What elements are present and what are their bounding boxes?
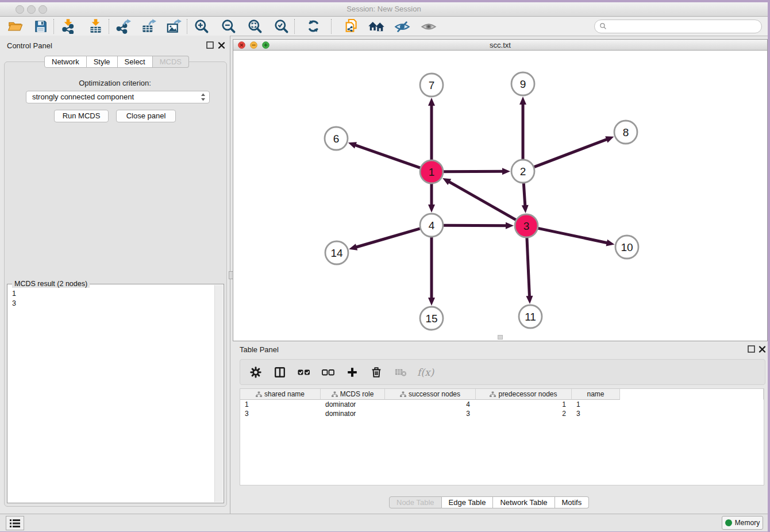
cell-mcds-role[interactable]: dominator	[321, 400, 385, 409]
export-network-button[interactable]	[114, 18, 132, 35]
tab-network[interactable]: Network	[44, 56, 87, 68]
tree-sort-icon	[332, 391, 338, 398]
tab-node-table[interactable]: Node Table	[389, 496, 442, 508]
clone-network-button[interactable]	[341, 18, 360, 35]
zoom-fit-button[interactable]	[245, 18, 264, 35]
hide-selected-button[interactable]	[392, 18, 412, 35]
close-panel-action-button[interactable]: Close panel	[116, 110, 176, 122]
gear-icon	[249, 366, 262, 379]
mcds-result-scrollbar[interactable]	[214, 285, 223, 502]
cell-successor-nodes[interactable]: 3	[385, 409, 476, 418]
select-stepper-icon	[201, 92, 206, 102]
edge-arrowhead	[526, 296, 533, 304]
cell-name[interactable]: 3	[572, 409, 620, 418]
cell-predecessor-nodes[interactable]: 2	[476, 409, 572, 418]
toolbar-separator	[109, 19, 110, 34]
tree-sort-icon	[490, 391, 496, 398]
zoom-out-button[interactable]	[219, 18, 237, 35]
edge-2-8[interactable]	[534, 139, 608, 167]
edge-2-3[interactable]	[523, 183, 525, 206]
save-session-button[interactable]	[32, 18, 49, 35]
tree-sort-icon	[400, 391, 406, 398]
tab-style[interactable]: Style	[87, 56, 118, 68]
table-row-0[interactable]: 1dominator411	[240, 400, 764, 409]
tab-select[interactable]: Select	[118, 56, 153, 68]
search-input[interactable]	[610, 21, 756, 32]
table-settings-button[interactable]	[248, 364, 263, 381]
column-header-successor-nodes[interactable]: successor nodes	[385, 389, 476, 400]
memory-button[interactable]: Memory	[722, 516, 763, 530]
export-image-button[interactable]	[164, 18, 183, 35]
column-header-name[interactable]: name	[572, 389, 620, 400]
cell-name[interactable]: 1	[572, 400, 620, 409]
table-row-1[interactable]: 3dominator323	[240, 409, 764, 418]
edge-4-14[interactable]	[356, 229, 420, 248]
session-title: Session: New Session	[0, 5, 768, 13]
tab-network-table[interactable]: Network Table	[493, 496, 555, 508]
column-header-predecessor-nodes[interactable]: predecessor nodes	[476, 389, 572, 400]
edge-arrowhead	[349, 244, 357, 250]
network-title: scc.txt	[233, 41, 767, 49]
columns-icon	[274, 366, 286, 379]
zoom-fit-icon	[247, 18, 263, 34]
task-history-button[interactable]	[6, 516, 24, 530]
cell-shared-name[interactable]: 1	[240, 400, 321, 409]
export-table-icon	[141, 18, 156, 34]
node-label-8: 8	[623, 126, 629, 138]
run-mcds-button[interactable]: Run MCDS	[54, 110, 109, 122]
cell-predecessor-nodes[interactable]: 1	[476, 400, 572, 409]
cell-mcds-role[interactable]: dominator	[321, 409, 385, 418]
export-table-button[interactable]	[139, 18, 157, 35]
export-image-icon	[166, 18, 182, 34]
mcds-result-title: MCDS result (2 nodes)	[12, 280, 90, 288]
edge-1-2[interactable]	[444, 171, 503, 172]
table-panel-tabs: Node TableEdge TableNetwork TableMotifs	[389, 496, 589, 508]
node-label-2: 2	[520, 165, 526, 178]
mcds-result-line: 1	[7, 289, 211, 299]
edge-3-11[interactable]	[527, 238, 530, 297]
close-panel-button[interactable]	[217, 41, 226, 52]
toolbar-separator	[187, 19, 188, 34]
checked-boxes-icon	[297, 365, 311, 379]
edge-arrowhead	[502, 168, 510, 175]
refresh-view-button[interactable]	[304, 18, 322, 35]
reset-home-button[interactable]	[366, 18, 387, 35]
network-titlebar: scc.txt	[233, 40, 767, 51]
show-columns-button[interactable]	[272, 364, 287, 381]
edge-3-10[interactable]	[538, 228, 608, 243]
zoom-in-button[interactable]	[192, 18, 210, 35]
cell-successor-nodes[interactable]: 4	[385, 400, 476, 409]
edge-4-3[interactable]	[444, 225, 507, 226]
function-builder-button[interactable]: f(x)	[417, 364, 434, 381]
tab-edge-table[interactable]: Edge Table	[442, 496, 494, 508]
tab-motifs[interactable]: Motifs	[555, 496, 590, 508]
optimization-select[interactable]: strongly connected component	[26, 91, 210, 103]
column-header-filler	[620, 389, 764, 400]
memory-label: Memory	[735, 519, 760, 527]
table-toolbar: f(x)	[240, 359, 765, 385]
tab-mcds[interactable]: MCDS	[153, 56, 189, 68]
zoom-selected-button[interactable]	[272, 18, 290, 35]
delete-column-button[interactable]	[369, 364, 384, 381]
deselect-all-rows-button[interactable]	[321, 364, 336, 381]
edge-arrowhead	[428, 98, 435, 106]
table-float-button[interactable]	[747, 345, 756, 356]
edge-1-6[interactable]	[355, 145, 420, 168]
column-header-mcds-role[interactable]: MCDS role	[321, 389, 385, 400]
import-network-button[interactable]	[59, 18, 77, 35]
import-table-button[interactable]	[86, 18, 105, 35]
refresh-icon	[306, 18, 321, 34]
float-panel-button[interactable]	[206, 41, 214, 52]
select-all-rows-button[interactable]	[297, 364, 311, 381]
add-column-button[interactable]	[345, 364, 360, 381]
cell-shared-name[interactable]: 3	[240, 409, 321, 418]
table-close-button[interactable]	[758, 345, 767, 356]
floppy-disk-icon	[33, 19, 48, 34]
open-session-button[interactable]	[6, 18, 24, 35]
show-all-button[interactable]	[419, 18, 438, 35]
network-canvas[interactable]: 7968124314101511	[233, 51, 767, 341]
delete-table-button[interactable]	[393, 364, 408, 381]
network-resize-grip[interactable]	[498, 335, 503, 340]
edge-3-1[interactable]	[449, 182, 516, 220]
column-header-shared-name[interactable]: shared name	[240, 389, 321, 400]
